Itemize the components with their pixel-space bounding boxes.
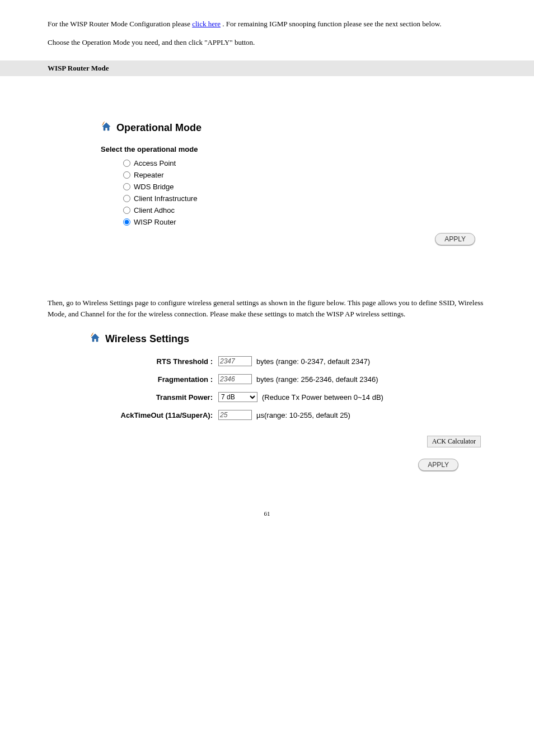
radio-wisp-router[interactable] bbox=[123, 218, 130, 226]
input-rts[interactable] bbox=[218, 356, 252, 366]
page-number: 61 bbox=[0, 493, 534, 528]
input-ack[interactable] bbox=[218, 410, 252, 420]
intro-para-1: For the WISP Router Mode Configuration p… bbox=[48, 18, 486, 30]
intro-para-2: Choose the Operation Mode you need, and … bbox=[48, 37, 486, 48]
radio-row-wds-bridge[interactable]: WDS Bridge bbox=[123, 183, 486, 191]
hint-tx: (Reduce Tx Power between 0~14 dB) bbox=[262, 393, 383, 402]
wireless-settings-title: Wireless Settings bbox=[90, 332, 486, 346]
operational-mode-title-text: Operational Mode bbox=[116, 122, 202, 134]
radio-client-adhoc[interactable] bbox=[123, 207, 130, 214]
radio-label-wds-bridge: WDS Bridge bbox=[134, 183, 174, 191]
radio-row-client-adhoc[interactable]: Client Adhoc bbox=[123, 206, 486, 214]
label-ack: AckTimeOut (11a/SuperA): bbox=[90, 411, 218, 419]
apply-button-opmode[interactable]: APPLY bbox=[435, 233, 475, 245]
intro-para-1-suffix: . For remaining IGMP snooping function p… bbox=[222, 20, 441, 28]
radio-client-infra[interactable] bbox=[123, 195, 130, 202]
ack-calculator-button[interactable]: ACK Calculator bbox=[427, 436, 481, 447]
radio-row-wisp-router[interactable]: WISP Router bbox=[123, 218, 486, 226]
hint-ack: µs(range: 10-255, default 25) bbox=[256, 411, 350, 419]
home-icon bbox=[101, 121, 112, 135]
section-heading: WISP Router Mode bbox=[0, 60, 534, 76]
hint-rts: bytes (range: 0-2347, default 2347) bbox=[256, 357, 370, 366]
radio-row-client-infra[interactable]: Client Infrastructure bbox=[123, 194, 486, 203]
radio-wds-bridge[interactable] bbox=[123, 183, 130, 190]
operational-mode-radio-group: Access Point Repeater WDS Bridge Client … bbox=[101, 159, 486, 226]
input-frag[interactable] bbox=[218, 374, 252, 384]
row-tx: Transmit Power: 7 dB (Reduce Tx Power be… bbox=[90, 392, 486, 402]
home-icon bbox=[90, 332, 101, 346]
radio-label-wisp-router: WISP Router bbox=[134, 218, 176, 226]
wireless-settings-title-text: Wireless Settings bbox=[105, 333, 189, 345]
operational-mode-title: Operational Mode bbox=[101, 121, 486, 135]
apply-button-wireless[interactable]: APPLY bbox=[418, 459, 458, 471]
radio-repeater[interactable] bbox=[123, 171, 130, 179]
row-ack: AckTimeOut (11a/SuperA): µs(range: 10-25… bbox=[90, 410, 486, 420]
operational-mode-subtitle: Select the operational mode bbox=[101, 145, 486, 153]
label-tx: Transmit Power: bbox=[90, 393, 218, 402]
radio-label-repeater: Repeater bbox=[134, 171, 163, 179]
radio-row-access-point[interactable]: Access Point bbox=[123, 159, 486, 167]
row-rts: RTS Threshold : bytes (range: 0-2347, de… bbox=[90, 356, 486, 366]
intro-para-1-prefix: For the WISP Router Mode Configuration p… bbox=[48, 20, 192, 28]
radio-label-client-adhoc: Client Adhoc bbox=[134, 206, 175, 214]
radio-label-client-infra: Client Infrastructure bbox=[134, 194, 197, 203]
wireless-body-para: Then, go to Wireless Settings page to co… bbox=[48, 297, 486, 319]
label-rts: RTS Threshold : bbox=[90, 357, 218, 366]
hint-frag: bytes (range: 256-2346, default 2346) bbox=[256, 375, 378, 384]
radio-access-point[interactable] bbox=[123, 160, 130, 167]
select-tx[interactable]: 7 dB bbox=[218, 392, 257, 402]
wireless-settings-panel: Wireless Settings RTS Threshold : bytes … bbox=[0, 332, 534, 493]
row-frag: Fragmentation : bytes (range: 256-2346, … bbox=[90, 374, 486, 384]
click-here-link[interactable]: click here bbox=[192, 20, 221, 28]
radio-label-access-point: Access Point bbox=[134, 159, 176, 167]
operational-mode-panel: Operational Mode Select the operational … bbox=[0, 121, 534, 279]
label-frag: Fragmentation : bbox=[90, 375, 218, 384]
radio-row-repeater[interactable]: Repeater bbox=[123, 171, 486, 179]
